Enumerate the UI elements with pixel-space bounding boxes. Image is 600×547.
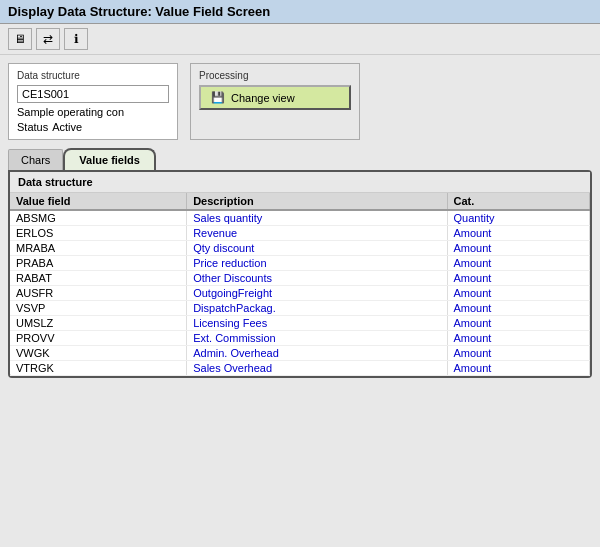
cell-description: Licensing Fees [187, 316, 447, 331]
table-row[interactable]: PRABAPrice reductionAmount [10, 256, 590, 271]
change-view-label: Change view [231, 92, 295, 104]
processing-label: Processing [199, 70, 351, 81]
cell-field-name: RABAT [10, 271, 187, 286]
cell-field-name: AUSFR [10, 286, 187, 301]
cell-category: Amount [447, 271, 590, 286]
cell-category: Amount [447, 226, 590, 241]
cell-field-name: VTRGK [10, 361, 187, 376]
cell-category: Amount [447, 331, 590, 346]
tabs-section: Chars Value fields [8, 148, 592, 170]
status-value: Active [52, 121, 82, 133]
cell-category: Amount [447, 346, 590, 361]
cell-description: Other Discounts [187, 271, 447, 286]
table-header-row: Value field Description Cat. [10, 193, 590, 210]
cell-category: Amount [447, 316, 590, 331]
cell-category: Amount [447, 301, 590, 316]
table-row[interactable]: VTRGKSales OverheadAmount [10, 361, 590, 376]
tab-chars[interactable]: Chars [8, 149, 63, 170]
cell-description: Admin. Overhead [187, 346, 447, 361]
data-structure-box: Data structure Sample operating con Stat… [8, 63, 178, 140]
display-icon: 🖥 [14, 32, 26, 46]
cell-field-name: MRABA [10, 241, 187, 256]
table-section: Data structure Value field Description C… [8, 170, 592, 378]
table-row[interactable]: UMSLZLicensing FeesAmount [10, 316, 590, 331]
cell-description: Ext. Commission [187, 331, 447, 346]
data-structure-label: Data structure [17, 70, 169, 81]
cell-description: Price reduction [187, 256, 447, 271]
cell-field-name: VSVP [10, 301, 187, 316]
table-row[interactable]: ERLOSRevenueAmount [10, 226, 590, 241]
table-section-title: Data structure [10, 172, 590, 193]
info-icon: ℹ [74, 32, 79, 46]
cell-field-name: PRABA [10, 256, 187, 271]
cell-category: Amount [447, 241, 590, 256]
transport-toolbar-btn[interactable]: ⇄ [36, 28, 60, 50]
info-toolbar-btn[interactable]: ℹ [64, 28, 88, 50]
table-row[interactable]: MRABAQty discountAmount [10, 241, 590, 256]
col-header-description: Description [187, 193, 447, 210]
cell-field-name: ERLOS [10, 226, 187, 241]
cell-description: Sales quantity [187, 210, 447, 226]
display-toolbar-btn[interactable]: 🖥 [8, 28, 32, 50]
table-row[interactable]: VSVPDispatchPackag.Amount [10, 301, 590, 316]
value-fields-table: Value field Description Cat. ABSMGSales … [10, 193, 590, 376]
window-title: Display Data Structure: Value Field Scre… [0, 0, 600, 24]
cell-category: Quantity [447, 210, 590, 226]
col-header-field: Value field [10, 193, 187, 210]
table-row[interactable]: PROVVExt. CommissionAmount [10, 331, 590, 346]
table-row[interactable]: VWGKAdmin. OverheadAmount [10, 346, 590, 361]
status-line: Status Active [17, 121, 169, 133]
transport-icon: ⇄ [43, 32, 53, 46]
processing-box: Processing 💾 Change view [190, 63, 360, 140]
col-header-category: Cat. [447, 193, 590, 210]
cell-category: Amount [447, 256, 590, 271]
table-row[interactable]: AUSFROutgoingFreightAmount [10, 286, 590, 301]
cell-description: OutgoingFreight [187, 286, 447, 301]
cell-category: Amount [447, 286, 590, 301]
status-label: Status [17, 121, 48, 133]
cell-description: Sales Overhead [187, 361, 447, 376]
cell-description: Revenue [187, 226, 447, 241]
main-content: Data structure Sample operating con Stat… [0, 55, 600, 386]
cell-description: DispatchPackag. [187, 301, 447, 316]
table-row[interactable]: RABATOther DiscountsAmount [10, 271, 590, 286]
cell-field-name: UMSLZ [10, 316, 187, 331]
data-structure-name: Sample operating con [17, 106, 169, 118]
top-section: Data structure Sample operating con Stat… [8, 63, 592, 140]
cell-field-name: VWGK [10, 346, 187, 361]
cell-field-name: PROVV [10, 331, 187, 346]
tab-value-fields[interactable]: Value fields [63, 148, 156, 170]
table-row[interactable]: ABSMGSales quantityQuantity [10, 210, 590, 226]
toolbar: 🖥 ⇄ ℹ [0, 24, 600, 55]
cell-category: Amount [447, 361, 590, 376]
data-structure-code-input[interactable] [17, 85, 169, 103]
change-view-button[interactable]: 💾 Change view [199, 85, 351, 110]
change-view-icon: 💾 [211, 91, 225, 104]
cell-field-name: ABSMG [10, 210, 187, 226]
cell-description: Qty discount [187, 241, 447, 256]
